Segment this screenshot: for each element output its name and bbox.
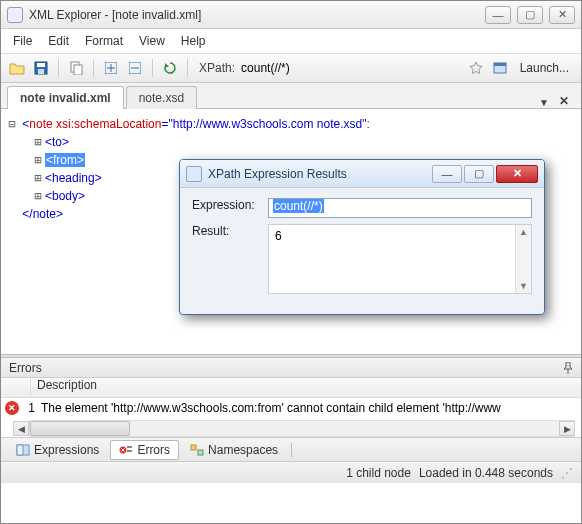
separator <box>187 59 188 77</box>
svg-rect-10 <box>17 445 23 455</box>
result-scrollbar[interactable]: ▲ ▼ <box>515 225 531 293</box>
close-button[interactable]: ✕ <box>549 6 575 24</box>
expression-input[interactable]: count(//*) <box>268 198 532 218</box>
refresh-button[interactable] <box>160 58 180 78</box>
menu-format[interactable]: Format <box>85 34 123 48</box>
tab-namespaces-label: Namespaces <box>208 443 278 457</box>
expand-toggle-icon[interactable]: ⊞ <box>31 169 45 187</box>
scroll-right-icon[interactable]: ▶ <box>559 421 575 436</box>
xml-root-tag: note <box>29 117 56 131</box>
separator <box>58 59 59 77</box>
error-row-num: 1 <box>21 401 35 415</box>
copy-button[interactable] <box>66 58 86 78</box>
dialog-maximize-button[interactable]: ▢ <box>464 165 494 183</box>
refresh-icon <box>163 61 177 75</box>
errors-panel-header: Errors <box>1 358 581 378</box>
result-box[interactable]: 6 ▲ ▼ <box>268 224 532 294</box>
separator <box>93 59 94 77</box>
tab-errors[interactable]: Errors <box>110 440 179 460</box>
launch-window-icon[interactable] <box>490 58 510 78</box>
tab-close-button[interactable]: ✕ <box>553 94 575 108</box>
dialog-title: XPath Expression Results <box>208 167 347 181</box>
error-row[interactable]: ✕ 1 The element 'http://www.w3schools.co… <box>1 398 581 418</box>
scroll-up-icon[interactable]: ▲ <box>516 225 531 239</box>
xml-attr-name: xsi:schemaLocation <box>56 117 161 131</box>
separator <box>152 59 153 77</box>
dialog-close-button[interactable]: ✕ <box>496 165 538 183</box>
svg-rect-2 <box>38 69 44 74</box>
expand-button[interactable] <box>101 58 121 78</box>
dialog-minimize-button[interactable]: — <box>432 165 462 183</box>
minus-box-icon <box>129 62 141 74</box>
tab-expressions[interactable]: Expressions <box>7 440 108 460</box>
scrollbar-thumb[interactable] <box>30 421 130 436</box>
plus-box-icon <box>105 62 117 74</box>
xml-root-close: </note> <box>22 207 63 221</box>
xml-child-heading[interactable]: <heading> <box>45 171 102 185</box>
errors-col-num[interactable] <box>1 378 31 397</box>
svg-rect-8 <box>494 63 506 66</box>
menu-file[interactable]: File <box>13 34 32 48</box>
dialog-titlebar[interactable]: XPath Expression Results — ▢ ✕ <box>180 160 544 188</box>
bottom-tabs: Expressions Errors Namespaces <box>1 437 581 461</box>
namespace-icon <box>190 444 204 456</box>
menubar: File Edit Format View Help <box>1 29 581 53</box>
collapse-toggle-icon[interactable]: ⊟ <box>5 115 19 133</box>
floppy-icon <box>34 61 48 75</box>
book-icon <box>16 444 30 456</box>
svg-rect-14 <box>191 445 196 450</box>
svg-rect-13 <box>127 450 132 452</box>
xml-attr-value: "http://www.w3schools.com note.xsd" <box>168 117 366 131</box>
window-titlebar: XML Explorer - [note invalid.xml] — ▢ ✕ <box>1 1 581 29</box>
folder-open-icon <box>9 61 25 75</box>
xml-child-from[interactable]: <from> <box>45 153 85 167</box>
result-label: Result: <box>192 224 262 238</box>
expand-toggle-icon[interactable]: ⊞ <box>31 187 45 205</box>
open-button[interactable] <box>7 58 27 78</box>
collapse-button[interactable] <box>125 58 145 78</box>
svg-rect-15 <box>198 450 203 455</box>
tab-errors-label: Errors <box>137 443 170 457</box>
xpath-input[interactable] <box>241 59 462 77</box>
maximize-button[interactable]: ▢ <box>517 6 543 24</box>
expression-value: count(//*) <box>273 199 324 213</box>
error-row-text: The element 'http://www.w3schools.com:fr… <box>41 401 501 415</box>
window-icon <box>493 62 507 74</box>
errors-col-description[interactable]: Description <box>31 378 581 397</box>
expand-toggle-icon[interactable]: ⊞ <box>31 133 45 151</box>
copy-icon <box>69 61 83 75</box>
toolbar: XPath: Launch... <box>1 53 581 83</box>
resize-grip-icon[interactable]: ⋰ <box>561 466 573 480</box>
document-tabs: note invalid.xml note.xsd ▼ ✕ <box>1 83 581 109</box>
svg-rect-4 <box>74 65 82 75</box>
menu-help[interactable]: Help <box>181 34 206 48</box>
expression-label: Expression: <box>192 198 262 212</box>
pin-icon[interactable] <box>563 362 573 374</box>
svg-rect-12 <box>127 446 132 448</box>
scroll-left-icon[interactable]: ◀ <box>13 421 29 436</box>
favorite-button[interactable] <box>466 58 486 78</box>
tab-note-invalid[interactable]: note invalid.xml <box>7 86 124 109</box>
result-value: 6 <box>275 229 282 243</box>
expand-toggle-icon[interactable]: ⊞ <box>31 151 45 169</box>
tab-note-xsd[interactable]: note.xsd <box>126 86 197 109</box>
errors-table: Description ✕ 1 The element 'http://www.… <box>1 378 581 437</box>
xml-child-to[interactable]: <to> <box>45 135 69 149</box>
minimize-button[interactable]: — <box>485 6 511 24</box>
star-icon <box>469 61 483 75</box>
svg-rect-1 <box>37 63 45 67</box>
launch-button[interactable]: Launch... <box>514 61 575 75</box>
window-title: XML Explorer - [note invalid.xml] <box>29 8 479 22</box>
error-list-icon <box>119 444 133 456</box>
menu-edit[interactable]: Edit <box>48 34 69 48</box>
xpath-results-dialog: XPath Expression Results — ▢ ✕ Expressio… <box>179 159 545 315</box>
menu-view[interactable]: View <box>139 34 165 48</box>
tab-namespaces[interactable]: Namespaces <box>181 440 287 460</box>
save-button[interactable] <box>31 58 51 78</box>
tab-overflow-button[interactable]: ▼ <box>535 97 553 108</box>
xml-child-body[interactable]: <body> <box>45 189 85 203</box>
scroll-down-icon[interactable]: ▼ <box>516 279 531 293</box>
xpath-label: XPath: <box>199 61 235 75</box>
horizontal-scrollbar[interactable]: ◀ ▶ <box>29 420 575 437</box>
status-nodes: 1 child node <box>346 466 411 480</box>
